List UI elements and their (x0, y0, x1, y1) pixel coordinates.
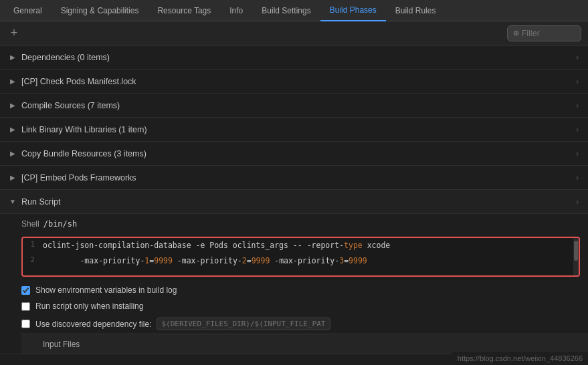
tab-resource-tags[interactable]: Resource Tags (148, 0, 220, 21)
triangle-icon: ▶ (8, 149, 17, 158)
phase-title: [CP] Embed Pods Frameworks (21, 173, 136, 182)
triangle-icon: ▶ (8, 125, 17, 134)
phase-title: Copy Bundle Resources (3 items) (21, 149, 146, 158)
disclosure-arrow: › (576, 77, 579, 86)
disclosure-arrow: › (576, 101, 579, 110)
phase-copy-bundle[interactable]: ▶ Copy Bundle Resources (3 items) › (0, 142, 588, 166)
triangle-icon: ▶ (8, 173, 17, 182)
tab-info[interactable]: Info (220, 0, 252, 21)
footer-url: https://blog.csdn.net/weixin_44836266 (452, 352, 588, 365)
disclosure-arrow: › (576, 53, 579, 62)
input-files-label: Input Files (43, 340, 80, 349)
dep-file-checkbox[interactable] (21, 320, 30, 328)
tab-bar: General Signing & Capabilities Resource … (0, 0, 588, 21)
phase-title: Dependencies (0 items) (21, 53, 110, 62)
line-number-1: 1 (23, 239, 43, 249)
filter-input[interactable] (522, 29, 575, 38)
disclosure-arrow: › (576, 149, 579, 158)
code-scrollbar-thumb (574, 241, 578, 261)
tab-signing[interactable]: Signing & Capabilities (52, 0, 149, 21)
tab-general[interactable]: General (4, 0, 52, 21)
disclosure-arrow: › (576, 173, 579, 182)
phase-title: [CP] Check Pods Manifest.lock (21, 77, 136, 86)
show-env-row: Show environment variables in build log (21, 282, 588, 298)
triangle-icon: ▶ (8, 101, 17, 110)
phase-check-pods[interactable]: ▶ [CP] Check Pods Manifest.lock › (0, 70, 588, 94)
triangle-icon: ▶ (8, 77, 17, 86)
triangle-icon: ▶ (8, 53, 17, 62)
line-content-2: -max-priority-1=9999 -max-priority-2=999… (43, 255, 373, 267)
phase-run-script[interactable]: ▼ Run Script › (0, 190, 588, 214)
shell-label: Shell (21, 219, 39, 229)
code-line-2: 2 -max-priority-1=9999 -max-priority-2=9… (23, 253, 579, 269)
input-files-bar: Input Files (21, 334, 588, 354)
triangle-down-icon: ▼ (8, 197, 17, 207)
content-area: ▶ Dependencies (0 items) › ▶ [CP] Check … (0, 45, 588, 365)
disclosure-arrow: › (576, 125, 579, 134)
add-button[interactable]: + (7, 26, 21, 41)
dep-file-input[interactable] (157, 318, 330, 330)
line-content-1: oclint-json-compilation-database -e Pods… (43, 239, 395, 252)
code-line-1: 1 oclint-json-compilation-database -e Po… (23, 238, 579, 253)
run-installing-label: Run script only when installing (35, 301, 143, 311)
tab-build-phases[interactable]: Build Phases (320, 0, 386, 21)
dep-file-row: Use discovered dependency file: (21, 314, 588, 334)
phase-dependencies[interactable]: ▶ Dependencies (0 items) › (0, 45, 588, 70)
phase-title: Run Script (21, 197, 60, 207)
code-scrollbar[interactable] (573, 238, 579, 275)
show-env-label: Show environment variables in build log (35, 285, 177, 295)
phase-link-binary[interactable]: ▶ Link Binary With Libraries (1 item) › (0, 118, 588, 142)
code-editor[interactable]: 1 oclint-json-compilation-database -e Po… (21, 237, 580, 277)
toolbar: + ⊕ (0, 21, 588, 45)
dep-file-label: Use discovered dependency file: (35, 320, 151, 329)
phase-title: Link Binary With Libraries (1 item) (21, 125, 147, 134)
run-script-body: Shell /bin/sh 1 oclint-json-compilation-… (0, 214, 588, 354)
shell-value: /bin/sh (43, 219, 78, 229)
line-number-2: 2 (23, 255, 43, 264)
filter-icon: ⊕ (513, 29, 519, 37)
tab-build-settings[interactable]: Build Settings (252, 0, 320, 21)
run-installing-row: Run script only when installing (21, 298, 588, 314)
filter-box[interactable]: ⊕ (507, 25, 581, 41)
shell-row: Shell /bin/sh (21, 214, 588, 234)
disclosure-arrow: › (576, 197, 579, 207)
phase-title: Compile Sources (7 items) (21, 101, 120, 110)
run-installing-checkbox[interactable] (21, 302, 30, 311)
phase-compile-sources[interactable]: ▶ Compile Sources (7 items) › (0, 94, 588, 118)
tab-build-rules[interactable]: Build Rules (386, 0, 446, 21)
phase-embed-pods[interactable]: ▶ [CP] Embed Pods Frameworks › (0, 166, 588, 190)
show-env-checkbox[interactable] (21, 286, 30, 295)
